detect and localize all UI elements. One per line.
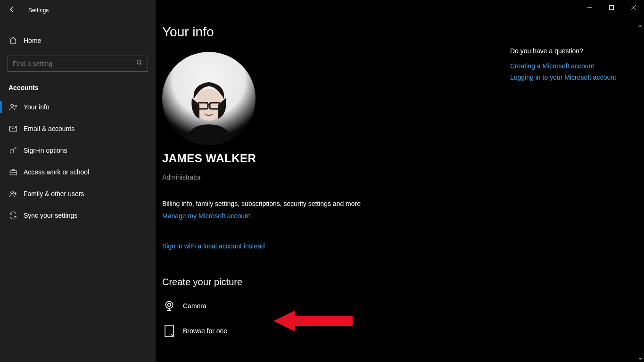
- sidebar-item-label: Email & accounts: [24, 125, 74, 132]
- mail-icon: [8, 124, 18, 133]
- search-icon: [136, 59, 143, 68]
- svg-point-21: [165, 301, 173, 308]
- back-button[interactable]: [8, 6, 17, 15]
- sidebar-item-label: Sign-in options: [24, 147, 67, 154]
- close-button[interactable]: [622, 0, 644, 15]
- manage-account-link[interactable]: Manage my Microsoft account: [162, 212, 250, 220]
- search-field[interactable]: [13, 60, 136, 67]
- svg-rect-10: [10, 126, 17, 132]
- billing-info-text: Billing info, family settings, subscript…: [162, 200, 635, 207]
- camera-option[interactable]: Camera: [162, 300, 635, 312]
- window-title: Settings: [28, 7, 49, 14]
- home-label: Home: [24, 37, 41, 44]
- sidebar-item-label: Sync your settings: [24, 212, 77, 219]
- minimize-button[interactable]: [579, 0, 601, 15]
- help-link-login[interactable]: Logging in to your Microsoft account: [510, 74, 628, 81]
- sidebar-item-sync[interactable]: Sync your settings: [0, 205, 156, 226]
- maximize-button[interactable]: [601, 0, 622, 15]
- scroll-up-icon[interactable]: [636, 23, 644, 29]
- svg-point-11: [10, 150, 14, 154]
- browse-icon: [162, 324, 176, 337]
- sidebar-item-label: Your info: [24, 103, 50, 111]
- svg-rect-1: [610, 6, 614, 10]
- help-panel: Do you have a question? Creating a Micro…: [510, 47, 628, 81]
- sidebar-item-work-school[interactable]: Access work or school: [0, 161, 156, 183]
- sidebar-item-your-info[interactable]: Your info: [0, 96, 156, 118]
- help-title: Do you have a question?: [510, 47, 628, 55]
- search-input[interactable]: [8, 56, 148, 72]
- sidebar-item-label: Family & other users: [24, 190, 84, 197]
- briefcase-icon: [8, 168, 18, 176]
- svg-point-4: [137, 60, 141, 64]
- home-icon: [8, 36, 18, 45]
- key-icon: [8, 146, 18, 155]
- svg-point-14: [11, 191, 14, 194]
- avatar: [162, 52, 256, 145]
- create-picture-heading: Create your picture: [162, 277, 635, 288]
- scrollbar[interactable]: [636, 23, 644, 362]
- svg-line-5: [140, 64, 142, 65]
- sync-icon: [8, 211, 18, 220]
- local-account-link[interactable]: Sign in with a local account instead: [162, 242, 265, 250]
- option-label: Camera: [183, 302, 206, 310]
- scroll-down-icon[interactable]: [636, 355, 644, 362]
- home-nav[interactable]: Home: [0, 31, 156, 50]
- family-icon: [8, 189, 18, 198]
- sidebar-item-family[interactable]: Family & other users: [0, 183, 156, 205]
- user-name: JAMES WALKER: [162, 152, 635, 165]
- window-controls: [579, 0, 644, 15]
- user-role: Administrator: [162, 173, 635, 181]
- sidebar-item-label: Access work or school: [24, 168, 89, 176]
- sidebar-section: Accounts: [0, 72, 156, 96]
- sidebar: Settings Home Accounts Your info Email &…: [0, 0, 156, 362]
- browse-option[interactable]: Browse for one: [162, 324, 635, 337]
- sidebar-item-signin[interactable]: Sign-in options: [0, 140, 156, 161]
- option-label: Browse for one: [183, 327, 227, 335]
- person-icon: [8, 103, 18, 111]
- page-title: Your info: [162, 25, 635, 40]
- svg-point-6: [11, 104, 14, 107]
- help-link-create[interactable]: Creating a Microsoft account: [510, 62, 628, 70]
- sidebar-item-email[interactable]: Email & accounts: [0, 118, 156, 140]
- camera-icon: [162, 300, 176, 312]
- svg-point-22: [168, 304, 171, 307]
